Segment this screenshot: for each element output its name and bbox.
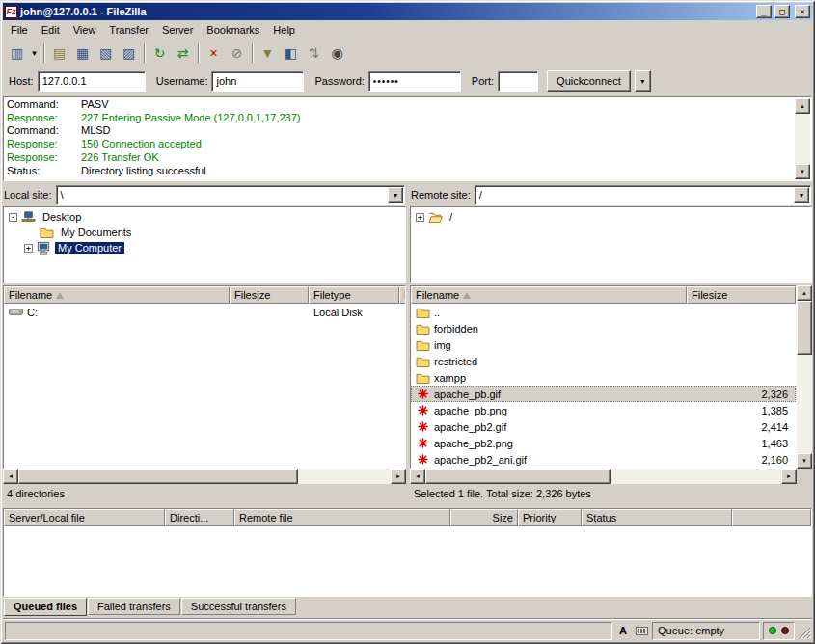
find-icon[interactable]: ◉ [326, 42, 348, 64]
queue-tab[interactable]: Failed transfers [88, 598, 180, 615]
scroll-thumb[interactable] [425, 469, 611, 484]
close-button[interactable]: × [795, 5, 810, 18]
filter-icon[interactable]: ▼ [257, 42, 279, 64]
refresh-icon[interactable]: ↻ [149, 42, 171, 64]
resize-grip[interactable] [798, 623, 811, 639]
menu-item[interactable]: Server [155, 21, 200, 39]
site-manager-dropdown-icon[interactable]: ▾ [29, 42, 40, 64]
tree-item-my-computer[interactable]: + My Computer [4, 240, 405, 255]
scroll-right-button[interactable]: ► [781, 469, 797, 484]
menu-item[interactable]: Transfer [102, 21, 155, 39]
local-site-dropdown-button[interactable]: ▾ [388, 187, 403, 203]
expand-toggle[interactable]: + [24, 244, 33, 253]
column-header-server-local-file[interactable]: Server/Local file [4, 509, 165, 526]
local-file-row[interactable]: C: Local Disk [4, 304, 405, 320]
toggle-local-tree-icon[interactable]: ▦ [71, 42, 94, 64]
toolbar-separator[interactable] [41, 42, 47, 64]
column-header-filesize[interactable]: Filesize [230, 286, 309, 304]
queue-tab[interactable]: Successful transfers [181, 598, 296, 615]
host-input[interactable]: 127.0.0.1 [38, 71, 146, 92]
column-header-filesize[interactable]: Filesize [687, 286, 796, 304]
local-horizontal-scrollbar[interactable]: ◄ ► [3, 469, 406, 484]
compare-icon[interactable]: ◧ [280, 42, 302, 64]
queue-tab[interactable]: Queued files [4, 598, 87, 616]
toolbar-separator[interactable] [195, 42, 202, 64]
remote-site-dropdown-button[interactable]: ▾ [794, 187, 809, 203]
sync-browse-icon[interactable]: ⇅ [303, 42, 325, 64]
scroll-right-button[interactable]: ► [391, 469, 406, 484]
remote-file-row[interactable]: .. [411, 304, 796, 320]
scroll-track[interactable] [797, 301, 812, 453]
maximize-button[interactable]: □ [774, 5, 790, 18]
column-header-size[interactable]: Size [450, 509, 518, 526]
tree-item-desktop[interactable]: - Desktop [4, 209, 405, 225]
column-header-last-modified[interactable]: L [399, 286, 406, 304]
remote-file-row[interactable]: apache_pb.png 1,385 [411, 402, 796, 418]
expand-toggle[interactable]: + [416, 213, 424, 222]
toggle-remote-tree-icon[interactable]: ▧ [95, 42, 117, 64]
remote-horizontal-scrollbar[interactable]: ◄ ► [410, 469, 797, 484]
tree-item-root[interactable]: + / [411, 209, 811, 225]
remote-file-row[interactable]: img [411, 336, 796, 353]
transfer-type-ascii-icon[interactable]: A [615, 623, 631, 638]
local-site-combobox[interactable]: \ ▾ [56, 185, 405, 205]
scroll-track[interactable] [795, 114, 810, 164]
menu-item[interactable]: File [4, 21, 35, 39]
toggle-log-icon[interactable]: ▤ [48, 42, 70, 64]
minimize-button[interactable]: _ [756, 5, 772, 18]
column-header-filename[interactable]: Filename [4, 286, 230, 304]
remote-file-row[interactable]: forbidden [411, 320, 796, 336]
column-header-direction[interactable]: Directi... [165, 509, 234, 526]
column-header-filetype[interactable]: Filetype [309, 286, 399, 304]
scroll-left-button[interactable]: ◄ [3, 469, 18, 484]
filename: restricted [434, 356, 477, 367]
quickconnect-button[interactable]: Quickconnect [547, 70, 631, 92]
column-header-priority[interactable]: Priority [518, 509, 582, 526]
remote-file-row[interactable]: restricted [411, 353, 796, 369]
quickconnect-dropdown-button[interactable]: ▾ [635, 70, 651, 92]
speed-limits-icon[interactable] [634, 623, 649, 638]
tree-label: / [447, 211, 455, 223]
tree-item-my-documents[interactable]: My Documents [4, 225, 405, 240]
collapse-toggle[interactable]: - [9, 213, 17, 222]
remote-vertical-scrollbar[interactable]: ▲ ▼ [797, 285, 812, 469]
log-label: Command: [7, 124, 81, 138]
scroll-left-button[interactable]: ◄ [410, 469, 425, 484]
remote-site-combobox[interactable]: / ▾ [475, 185, 811, 205]
scroll-thumb[interactable] [797, 301, 812, 355]
scroll-up-button[interactable]: ▲ [797, 285, 812, 301]
menu-item[interactable]: Help [266, 21, 302, 39]
column-header-filename[interactable]: Filename [411, 286, 687, 304]
scroll-up-button[interactable]: ▲ [795, 98, 810, 114]
process-queue-icon[interactable]: ⇄ [172, 42, 194, 64]
site-manager-icon[interactable]: ▥ [6, 42, 28, 64]
port-input[interactable] [498, 71, 538, 92]
column-header-remote-file[interactable]: Remote file [234, 509, 450, 526]
log-scrollbar[interactable]: ▲ ▼ [795, 98, 810, 179]
menu-item[interactable]: View [67, 21, 103, 39]
local-status-text: 4 directories [7, 488, 65, 499]
scroll-thumb[interactable] [18, 469, 298, 484]
toolbar-separator[interactable] [249, 42, 256, 64]
column-header-filler [732, 509, 811, 526]
remote-file-row[interactable]: apache_pb2_ani.gif 2,160 [411, 451, 796, 468]
scroll-down-button[interactable]: ▼ [795, 164, 810, 179]
password-input[interactable]: •••••• [368, 71, 461, 92]
scroll-track[interactable] [425, 469, 781, 484]
column-header-status[interactable]: Status [582, 509, 732, 526]
disconnect-icon[interactable]: ⊘ [226, 42, 248, 64]
scroll-track[interactable] [18, 469, 391, 484]
remote-file-row[interactable]: apache_pb.gif 2,326 [411, 386, 796, 402]
toolbar-separator[interactable] [141, 42, 148, 64]
menu-item[interactable]: Bookmarks [200, 21, 266, 39]
remote-file-row[interactable]: apache_pb2.png 1,463 [411, 435, 796, 451]
scroll-down-button[interactable]: ▼ [797, 453, 812, 469]
remote-file-row[interactable]: apache_pb2.gif 2,414 [411, 418, 796, 435]
tree-label: My Documents [58, 227, 134, 238]
remote-file-row[interactable]: xampp [411, 369, 796, 386]
username-input[interactable]: john [211, 71, 304, 92]
toggle-queue-icon[interactable]: ▨ [118, 42, 140, 64]
title-bar[interactable]: Fz john@127.0.0.1 - FileZilla _ □ × [3, 3, 812, 20]
cancel-icon[interactable]: × [203, 42, 225, 64]
menu-item[interactable]: Edit [35, 21, 67, 39]
